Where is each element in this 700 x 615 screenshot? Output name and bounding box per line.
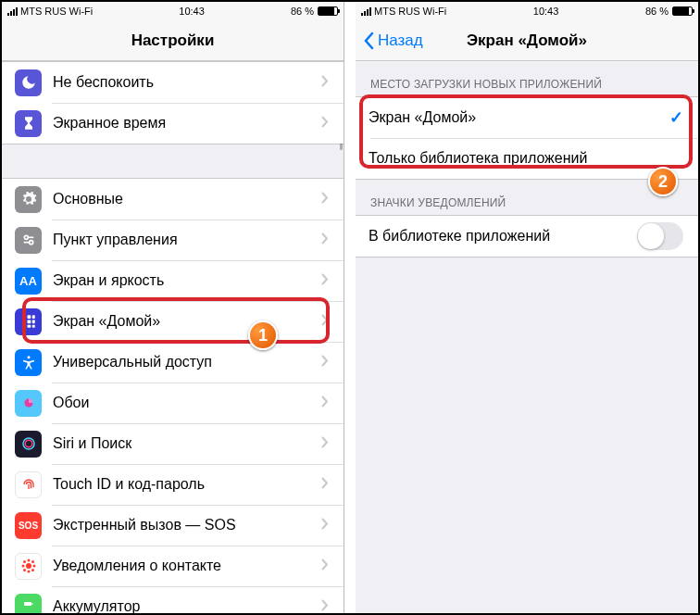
row-battery[interactable]: Аккумулятор — [2, 586, 344, 613]
row-general[interactable]: Основные — [2, 179, 344, 220]
row-screen-time[interactable]: Экранное время — [2, 103, 344, 144]
carrier-label: MTS RUS Wi-Fi — [374, 6, 446, 17]
chevron-right-icon — [321, 517, 329, 533]
svg-rect-10 — [22, 325, 26, 328]
row-home-screen[interactable]: Экран «Домой» — [2, 301, 344, 342]
chevron-right-icon — [321, 115, 329, 132]
svg-point-24 — [23, 569, 26, 571]
accessibility-icon — [15, 349, 42, 376]
chevron-right-icon — [321, 191, 329, 207]
chevron-right-icon — [321, 272, 329, 289]
svg-point-19 — [27, 571, 30, 573]
row-sos[interactable]: SOS Экстренный вызов — SOS — [2, 505, 344, 546]
signal-icon — [7, 7, 18, 16]
fingerprint-icon — [15, 471, 42, 498]
row-accessibility[interactable]: Универсальный доступ — [2, 342, 344, 383]
svg-point-0 — [24, 235, 28, 239]
battery-icon — [318, 6, 338, 16]
svg-rect-12 — [31, 325, 34, 328]
section-header-badges: ЗНАЧКИ УВЕДОМЛЕНИЙ — [356, 180, 698, 215]
svg-point-16 — [25, 440, 32, 447]
wallpaper-icon — [15, 390, 42, 417]
svg-point-23 — [31, 560, 34, 563]
svg-rect-9 — [31, 320, 34, 324]
page-title: Настройки — [131, 31, 215, 50]
chevron-right-icon — [321, 74, 329, 91]
option-app-library[interactable]: Только библиотека приложений — [356, 138, 698, 179]
svg-rect-27 — [31, 603, 32, 605]
svg-rect-11 — [27, 325, 31, 328]
sos-icon: SOS — [15, 512, 42, 539]
svg-point-20 — [21, 565, 24, 568]
settings-screen: MTS RUS Wi-Fi 10:43 86 % Настройки Не бе… — [2, 2, 344, 613]
badges-group: В библиотеке приложений — [356, 215, 698, 257]
home-grid-icon — [15, 308, 42, 335]
callout-1: 1 — [248, 320, 278, 350]
row-wallpaper[interactable]: Обои — [2, 383, 344, 423]
svg-point-21 — [32, 565, 35, 568]
svg-rect-5 — [27, 315, 31, 319]
row-do-not-disturb[interactable]: Не беспокоить — [2, 62, 344, 103]
section-header-download: МЕСТО ЗАГРУЗКИ НОВЫХ ПРИЛОЖЕНИЙ — [356, 61, 698, 96]
battery-icon — [672, 6, 693, 16]
download-location-group: Экран «Домой» ✓ Только библиотека прилож… — [356, 96, 698, 180]
chevron-right-icon — [321, 232, 329, 248]
checkmark-icon: ✓ — [669, 107, 683, 128]
chevron-right-icon — [321, 435, 329, 452]
gear-icon — [15, 186, 42, 213]
svg-rect-4 — [22, 315, 26, 319]
sliders-icon — [15, 227, 42, 254]
row-display-brightness[interactable]: AA Экран и яркость — [2, 260, 344, 301]
settings-group-1: Не беспокоить Экранное время — [2, 61, 344, 144]
chevron-right-icon — [321, 558, 329, 574]
svg-rect-6 — [31, 315, 34, 319]
svg-rect-8 — [27, 320, 31, 324]
carrier-label: MTS RUS Wi-Fi — [20, 6, 93, 17]
moon-icon — [15, 69, 42, 96]
text-size-icon: AA — [15, 268, 42, 295]
svg-point-22 — [23, 560, 26, 563]
clock: 10:43 — [179, 6, 205, 17]
chevron-left-icon — [363, 31, 374, 50]
chevron-right-icon — [321, 476, 329, 493]
battery-percent: 86 % — [645, 6, 669, 17]
option-home-screen[interactable]: Экран «Домой» ✓ — [356, 97, 698, 138]
chevron-right-icon — [321, 354, 329, 370]
nav-bar: Настройки — [2, 20, 344, 61]
page-title: Экран «Домой» — [467, 31, 587, 50]
row-siri[interactable]: Siri и Поиск — [2, 423, 344, 464]
battery-row-icon — [15, 594, 42, 614]
row-library-badges[interactable]: В библиотеке приложений — [356, 216, 698, 257]
svg-rect-26 — [24, 602, 31, 606]
svg-rect-7 — [22, 320, 26, 324]
row-control-center[interactable]: Пункт управления — [2, 220, 344, 260]
row-exposure[interactable]: Уведомления о контакте — [2, 546, 344, 586]
toggle-switch[interactable] — [637, 222, 683, 250]
svg-point-25 — [31, 569, 34, 571]
status-bar: MTS RUS Wi-Fi 10:43 86 % — [356, 2, 698, 20]
status-bar: MTS RUS Wi-Fi 10:43 86 % — [2, 2, 344, 20]
svg-point-2 — [29, 241, 32, 245]
svg-point-17 — [26, 563, 31, 569]
chevron-right-icon — [321, 313, 329, 330]
callout-2: 2 — [648, 167, 678, 196]
chevron-right-icon — [321, 598, 329, 613]
home-screen-settings: MTS RUS Wi-Fi 10:43 86 % Назад Экран «До… — [356, 2, 698, 613]
svg-point-13 — [27, 356, 30, 358]
hourglass-icon — [15, 110, 42, 137]
back-button[interactable]: Назад — [363, 31, 423, 50]
settings-group-2: Основные Пункт управления AA Экран и ярк… — [2, 178, 344, 613]
row-touch-id[interactable]: Touch ID и код-пароль — [2, 464, 344, 505]
siri-icon — [15, 431, 42, 458]
chevron-right-icon — [321, 395, 329, 411]
signal-icon — [361, 7, 371, 16]
battery-percent: 86 % — [291, 6, 314, 17]
clock: 10:43 — [533, 6, 559, 17]
exposure-icon — [15, 553, 42, 580]
svg-point-18 — [27, 559, 30, 562]
nav-bar: Назад Экран «Домой» — [356, 20, 698, 61]
